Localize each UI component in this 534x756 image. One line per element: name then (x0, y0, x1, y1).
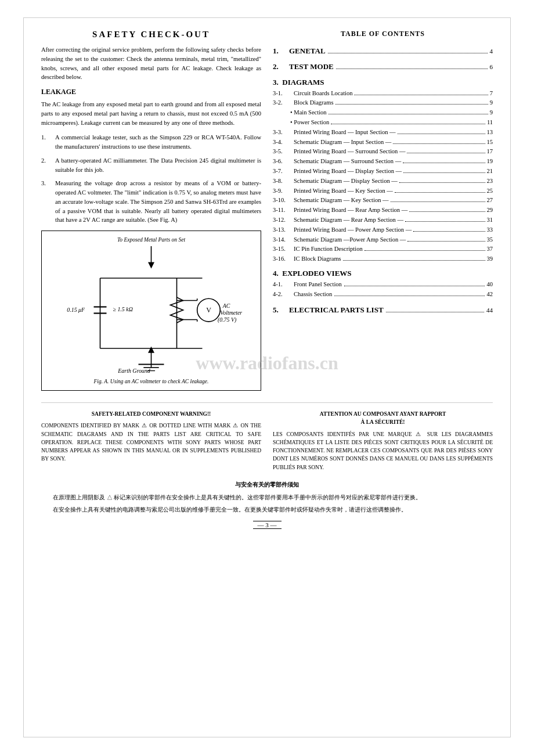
toc-page: 25 (487, 186, 493, 196)
toc-label: • Main Section (290, 108, 327, 118)
toc-entry-4-2: 4-2. Chassis Section 42 (273, 290, 493, 300)
dot-leader (365, 250, 485, 251)
toc-label: Schematic Diagram — Display Section — (294, 177, 398, 186)
dot-leader (328, 53, 488, 53)
svg-text:0.15 μF: 0.15 μF (67, 307, 85, 313)
toc-num: 3-15. (273, 244, 294, 254)
warning-right: ATTENTION AU COMPOSANT AYANT RAPPORTÀ LA… (273, 410, 493, 471)
dot-leader (335, 104, 488, 105)
dot-leader (399, 182, 485, 183)
list-num: 1. (41, 133, 50, 152)
svg-text:AC: AC (222, 303, 230, 309)
dot-leader (403, 172, 485, 173)
toc-entry: 3-4.Schematic Diagram — Input Section —1… (273, 138, 493, 147)
list-item: 2. A battery-operated AC milliammeter. T… (41, 156, 261, 175)
warning-left-body: COMPONENTS IDENTIFIED BY MARK ⚠ OR DOTTE… (41, 422, 261, 463)
bottom-section: SAFETY-RELATED COMPONENT WARNING!! COMPO… (41, 402, 493, 471)
toc-label: TEST MODE (289, 61, 334, 73)
dot-leader (331, 124, 485, 124)
dot-leader (391, 201, 485, 202)
toc-page: 44 (486, 305, 493, 316)
dot-leader (405, 221, 485, 222)
dot-leader (395, 192, 485, 193)
toc-num: 3-6. (273, 157, 294, 167)
list-num: 3. (41, 179, 50, 225)
toc-entry: 3-7.Printed Wiring Board — Display Secti… (273, 167, 493, 177)
toc-label: GENETAL (289, 45, 326, 57)
chinese-para2: 在安全操作上具有关键性的电路调整与索尼公司出版的维修手册完全一致。在更换关键零部… (41, 505, 493, 514)
toc-section-header-4: 4. EXPLODEO VIEWS (273, 269, 493, 278)
toc-page: 33 (487, 225, 493, 235)
list-text: Measuring the voltage drop across a resi… (55, 179, 261, 225)
toc-page: 19 (487, 157, 493, 167)
toc-title: TABLE OF CONTENTS (273, 30, 493, 38)
toc-label: Printed Wiring Board — Surround Section … (294, 147, 405, 157)
toc-page: 6 (490, 62, 493, 73)
svg-text:≥ 1.5 kΩ: ≥ 1.5 kΩ (113, 306, 133, 312)
toc-label: Printed Wiring Board — Key Section — (294, 186, 393, 196)
diagram-box: To Exposed Metal Parts on Set (41, 231, 261, 391)
main-two-col: SAFETY CHECK-OUT After correcting the or… (41, 30, 493, 391)
dot-leader (334, 296, 484, 296)
toc-entry: 3-3.Printed Wiring Board — Input Section… (273, 128, 493, 138)
toc-sub-entries: 3-1.Circuit Boards Location73-2.Block Di… (273, 89, 493, 264)
toc-entry: 3-6.Schematic Diagram — Surround Section… (273, 157, 493, 167)
toc-label: Block Diagrams (294, 98, 334, 108)
svg-text:Voltmeter: Voltmeter (220, 309, 242, 316)
toc-page: 21 (487, 167, 493, 177)
dot-leader (336, 69, 488, 69)
warning-left-title: SAFETY-RELATED COMPONENT WARNING!! (41, 410, 261, 418)
toc-content: 1. GENETAL 4 2. TEST MODE 6 3. DIAGRAMS (273, 45, 493, 316)
dot-leader (409, 211, 485, 212)
toc-label: Schematic Diagram — Surround Section — (294, 157, 401, 167)
toc-label: Printed Wiring Board — Power Amp Section… (294, 225, 412, 235)
toc-label: ELECTRICAL PARTS LIST (289, 304, 384, 316)
toc-page: 37 (487, 244, 493, 254)
toc-page: 29 (487, 206, 493, 215)
svg-text:Earth Ground: Earth Ground (117, 368, 150, 374)
toc-entry-4-1: 4-1. Front Panel Section 40 (273, 280, 493, 290)
toc-num: 3-2. (273, 98, 294, 108)
toc-entry: 3-5.Printed Wiring Board — Surround Sect… (273, 147, 493, 157)
warning-right-title: ATTENTION AU COMPOSANT AYANT RAPPORTÀ LA… (273, 410, 493, 427)
diagram-caption: Fig. A. Using an AC voltmeter to check A… (48, 379, 255, 384)
toc-num: 4-1. (273, 280, 294, 290)
toc-num: 3-4. (273, 138, 294, 147)
dot-leader (403, 163, 485, 163)
toc-label: Schematic Diagram — Input Section — (294, 138, 391, 147)
toc-entry: 3-13.Printed Wiring Board — Power Amp Se… (273, 225, 493, 235)
toc-page: 7 (490, 89, 493, 99)
toc-page: 27 (487, 196, 493, 206)
toc-label: Front Panel Section (294, 280, 342, 290)
toc-num: 3-10. (273, 196, 294, 206)
toc-entry: • Power Section11 (273, 118, 493, 128)
toc-page: 31 (487, 215, 493, 225)
dot-leader (407, 241, 485, 242)
toc-entry: 3-11.Printed Wiring Board — Rear Amp Sec… (273, 206, 493, 215)
toc-label: Printed Wiring Board — Rear Amp Section … (294, 206, 407, 215)
dot-leader (393, 143, 485, 144)
toc-label: Circuit Boards Location (294, 89, 352, 99)
toc-section-header-3: 3. DIAGRAMS (273, 78, 493, 87)
toc-num: 3-1. (273, 89, 294, 99)
toc-page: 23 (487, 177, 493, 186)
toc-entry: 3-1.Circuit Boards Location7 (273, 89, 493, 99)
toc-label: IC Pin Function Description (294, 244, 363, 254)
toc-num: 1. (273, 45, 289, 57)
toc-entry: 3-2.Block Diagrams9 (273, 98, 493, 108)
toc-page: 15 (487, 138, 493, 147)
toc-num: 3-16. (273, 254, 294, 264)
toc-page: 4 (490, 46, 493, 57)
toc-num: 3-11. (273, 206, 294, 215)
diagram-svg: V 0.15 μF ≥ (48, 246, 255, 374)
list-num: 2. (41, 156, 50, 175)
toc-page: 13 (487, 128, 493, 138)
svg-text:(0.75 V): (0.75 V) (218, 316, 236, 323)
toc-page: 35 (487, 235, 493, 245)
toc-entry: 3-14.Schematic Diagram —Power Amp Sectio… (273, 235, 493, 245)
toc-num: 3-13. (273, 225, 294, 235)
toc-label: Printed Wiring Board — Display Section — (294, 167, 402, 177)
dot-leader (398, 134, 485, 134)
dot-leader (343, 260, 485, 261)
toc-entry-2: 2. TEST MODE 6 (273, 61, 493, 73)
